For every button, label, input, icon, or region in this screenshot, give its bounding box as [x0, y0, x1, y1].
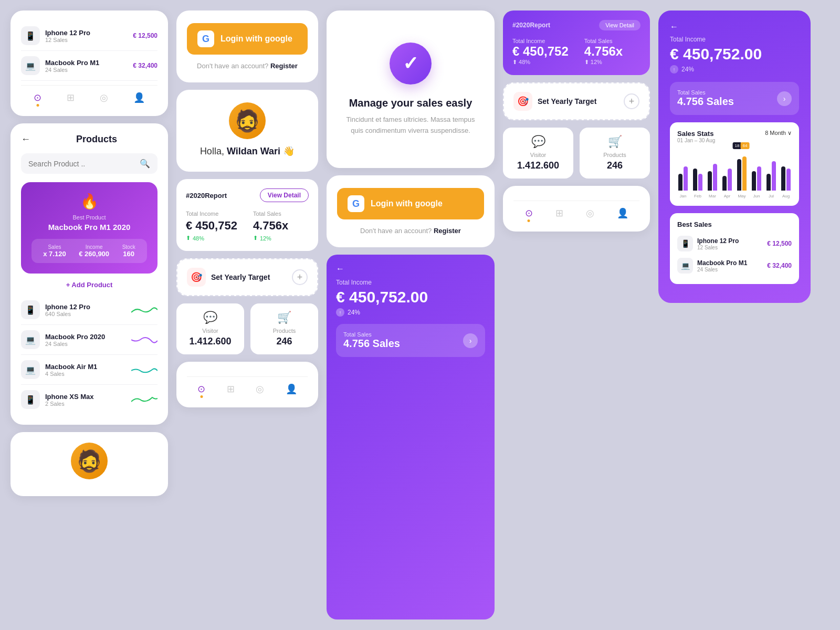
best-product-name: Macbook Pro M1 2020: [32, 223, 147, 232]
up-icon: ↑: [670, 65, 678, 74]
period-select[interactable]: 8 Month ∨: [765, 130, 792, 143]
sales-stat: Total Sales 4.756x ⬆ 12%: [253, 211, 288, 242]
chart-bar-group: [692, 154, 704, 191]
chart-bar-group: [780, 154, 792, 191]
column-2: G Login with google Don't have an accoun…: [176, 10, 318, 620]
sparkline: [131, 394, 158, 405]
chart-bar-group: 1864: [736, 154, 748, 191]
yearly-target-label: Set Yearly Target: [538, 97, 596, 106]
back-button[interactable]: ←: [21, 134, 30, 145]
income-sub: ↑ 24%: [670, 65, 799, 74]
sparkline: [131, 304, 158, 315]
yearly-target-label: Set Yearly Target: [211, 273, 270, 281]
chart-bar-group: [721, 154, 733, 191]
google-login-btn-col3[interactable]: G Login with google: [337, 188, 484, 219]
report-header: #2020Report View Detail: [186, 188, 309, 202]
dark-bar: [766, 174, 771, 191]
product-icon: 💻: [21, 360, 40, 379]
product-price: € 12,500: [133, 32, 158, 39]
stats-row-col4: 💬 Visitor 1.412.600 🛒 Products 246: [503, 128, 650, 178]
product-sales: 12 Sales: [45, 37, 128, 43]
nav-profile-icon[interactable]: 👤: [133, 92, 145, 103]
register-link[interactable]: Register: [270, 62, 298, 70]
google-icon: G: [348, 195, 364, 212]
purple-bar: [698, 174, 702, 191]
visitor-stat-box-col4: 💬 Visitor 1.412.600: [503, 128, 573, 178]
onboard-desc: Tincidunt et fames ultricies. Massa temp…: [342, 114, 479, 136]
sales-box: Total Sales 4.756 Sales ›: [336, 324, 485, 357]
rcp-view-btn[interactable]: View Detail: [599, 20, 640, 30]
nav-wallet-icon[interactable]: ◎: [586, 207, 594, 219]
register-link[interactable]: Register: [434, 227, 461, 235]
chart-bars: 1864: [677, 149, 792, 191]
products-icon: 🛒: [587, 135, 643, 149]
nav-home-icon[interactable]: ⊙: [197, 383, 205, 395]
product-icon: 📱: [677, 236, 693, 251]
target-icon: 🎯: [187, 268, 206, 287]
chart-label: Aug: [780, 194, 792, 198]
google-icon: G: [197, 30, 214, 47]
add-target-btn[interactable]: +: [624, 93, 639, 109]
yearly-target-card: 🎯 Set Yearly Target +: [176, 258, 318, 296]
visitor-icon: 💬: [184, 311, 237, 324]
top-product-list-card: 📱 Iphone 12 Pro 12 Sales € 12,500 💻 Macb…: [10, 10, 168, 116]
product-info: Iphone 12 Pro 12 Sales: [697, 237, 763, 250]
product-name: Macbook Pro M1: [45, 59, 128, 67]
arrow-btn[interactable]: ›: [463, 333, 478, 348]
search-box[interactable]: 🔍: [21, 153, 158, 174]
best-product-label: Best Product: [32, 214, 147, 220]
nav-profile-icon[interactable]: 👤: [617, 207, 628, 219]
fire-icon: 🔥: [32, 193, 147, 210]
back-btn[interactable]: ←: [336, 264, 344, 274]
column-3: ✓ Manage your sales easly Tincidunt et f…: [327, 10, 495, 620]
chart-label: May: [736, 194, 748, 198]
product-info: Macbook Pro M1 24 Sales: [697, 259, 763, 272]
chart-bar-group: [677, 154, 689, 191]
nav-profile-icon[interactable]: 👤: [286, 383, 297, 395]
nav-grid-icon[interactable]: ⊞: [67, 92, 75, 103]
nav-wallet-icon[interactable]: ◎: [100, 92, 108, 103]
chart-label: Jan: [677, 194, 689, 198]
chart-bar-group: [751, 154, 762, 191]
google-login-btn[interactable]: G Login with google: [187, 23, 308, 55]
sales-change: ⬆ 12%: [253, 235, 288, 242]
purple-bar: [728, 169, 732, 191]
sales-arrow-btn[interactable]: ›: [777, 91, 792, 106]
purple-bar: [713, 164, 717, 191]
nav-home-icon[interactable]: ⊙: [34, 92, 41, 103]
best-sale-item: 💻 Macbook Pro M1 24 Sales € 32,400: [677, 255, 792, 277]
full-purple-detail-card: ← Total Income € 450,752.00 ↑ 24% Total …: [658, 10, 811, 303]
products-stat-box-col4: 🛒 Products 246: [580, 128, 650, 178]
bar-pair: [722, 154, 732, 191]
rcp-sales: Total Sales 4.756x ⬆ 12%: [584, 38, 623, 66]
nav-grid-icon[interactable]: ⊞: [227, 383, 235, 395]
products-icon: 🛒: [258, 311, 311, 324]
nav-wallet-icon[interactable]: ◎: [256, 383, 264, 395]
yearly-target-left: 🎯 Set Yearly Target: [187, 268, 270, 287]
avatar-face: 🧔: [234, 109, 260, 133]
view-detail-btn[interactable]: View Detail: [260, 188, 309, 202]
product-info: Macbook Pro M1 24 Sales: [45, 59, 128, 73]
bar-pair: [766, 154, 776, 191]
nav-grid-icon[interactable]: ⊞: [555, 207, 563, 219]
best-product-stats: Sales x 7.120 Income € 260,900 Stock 160: [32, 239, 147, 263]
nav-home-icon[interactable]: ⊙: [525, 207, 533, 219]
nav-card-col4: ⊙ ⊞ ◎ 👤: [503, 186, 650, 232]
product-icon: 📱: [21, 390, 40, 409]
purple-bar: [772, 161, 776, 191]
product-item: 📱 Iphone 12 Pro 12 Sales € 12,500: [21, 21, 158, 51]
column-4: #2020Report View Detail Total Income € 4…: [503, 10, 650, 620]
column-1: 📱 Iphone 12 Pro 12 Sales € 12,500 💻 Macb…: [10, 10, 168, 620]
google-btn-label: Login with google: [371, 199, 443, 208]
products-card: ← Products 🔍 🔥 Best Product Macbook Pro …: [10, 123, 168, 425]
dark-bar: [752, 171, 756, 191]
dark-bar: [737, 159, 741, 191]
search-input[interactable]: [28, 160, 140, 168]
google-btn-label: Login with google: [220, 34, 292, 44]
add-product-btn[interactable]: + Add Product: [21, 281, 158, 289]
add-target-btn[interactable]: +: [292, 269, 308, 285]
bar-pair: [708, 154, 717, 191]
back-btn[interactable]: ←: [670, 22, 799, 32]
stat-stock: Stock 160: [122, 244, 135, 258]
products-header: ← Products: [21, 134, 158, 145]
